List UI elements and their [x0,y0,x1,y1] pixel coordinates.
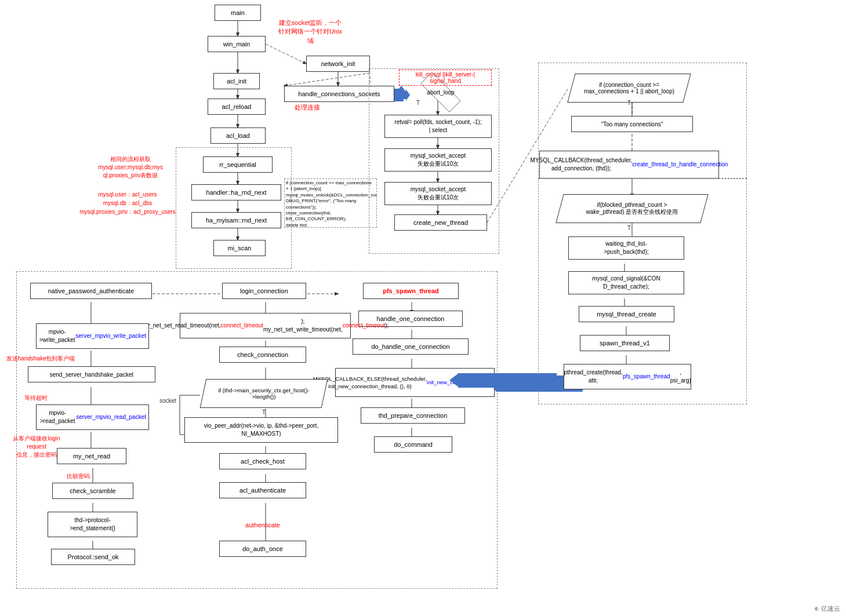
annotation-compare-pwd: 比较密码 [61,472,96,480]
watermark: ⊕ 亿速云 [814,604,840,613]
annotation-handle-connection: 处理连接 [284,103,331,112]
annotation-authenticate: authenticate [219,522,306,528]
label-socket: socket [159,398,176,404]
box-acl-load: acl_load [210,127,266,144]
diamond-abort-loop: abort_loop [406,78,475,106]
annotation-socket: 建立socket监听，一个针对网络一个针对Unix域 [267,19,354,45]
box-network-init: network_init [306,56,370,72]
diamond-if-connection-count: if (connection_count >=max_connections +… [562,71,696,105]
dashed-rect-rr-area [176,147,292,269]
annotation-wait-timeout: 等待超时 [13,394,59,402]
box-acl-reload: acl_reload [208,99,266,115]
annotation-send-handshake: 发送handshake包到客户端 [6,355,75,363]
svg-line-17 [284,73,370,86]
annotation-mysql-tables: mysql.user：acl_usersmysql.db：acl_dbsmysq… [75,190,180,216]
svg-line-8 [266,44,306,64]
diagram-container: main win_main acl_init acl_reload acl_lo… [0,0,846,616]
box-win-main: win_main [208,36,266,52]
big-blue-arrow-horizontal [458,373,557,388]
box-acl-init: acl_init [213,73,260,89]
dashed-rect-bottom-area [16,271,498,589]
code-box-if-connection: if (connection_count >= max_connections … [284,178,377,228]
diamond-if-thd-main-security: if (thd->main_security_ctx.get_host()->l… [194,377,333,410]
box-main: main [215,5,261,21]
annotation-same-flow: 相同的流程获取mysql.user;mysql.db;mysql.proxies… [87,155,174,180]
diamond-if-blocked-pthread: if(blocked_pthread_count >wake_pthread) … [551,191,713,226]
annotation-login-request: 从客户端接收login request信息，接出密码 [5,435,68,459]
